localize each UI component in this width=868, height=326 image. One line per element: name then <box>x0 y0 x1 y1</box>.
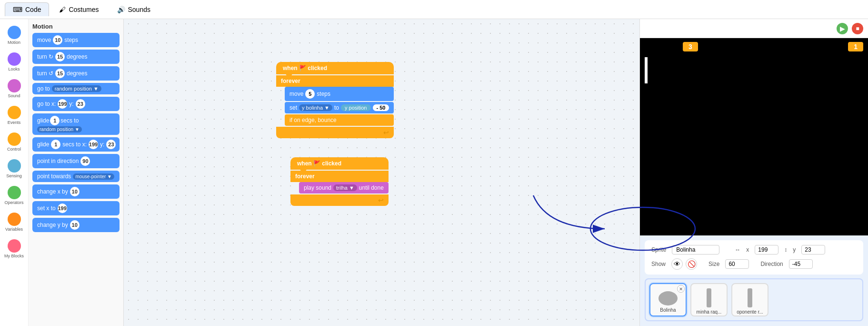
brush-icon: 🖌 <box>59 6 66 13</box>
operators-dot <box>8 186 21 199</box>
show-icons: 👁 🚫 <box>671 258 697 270</box>
sprite-card-minha-raq[interactable]: minha raq... <box>690 283 728 316</box>
bounce-block[interactable]: if on edge, bounce <box>285 114 394 126</box>
block-glide-xy[interactable]: glide 1 secs to x: 199 y: 23 <box>32 137 120 152</box>
right-side: ▶ ■ 3 1 Sprite ↔ x ↕ y <box>639 19 868 326</box>
size-value-input[interactable] <box>725 259 749 269</box>
block-change-x[interactable]: change x by 10 <box>32 184 120 199</box>
sprite-card-bolinha[interactable]: ✕ Bolinha <box>649 283 687 316</box>
sidebar-item-events[interactable]: Events <box>0 103 28 128</box>
sound-dot <box>8 79 21 92</box>
block-glide-random[interactable]: glide 1 secs to random position ▼ <box>32 113 120 135</box>
sprites-section: ✕ Bolinha minha raq... oponente r... <box>645 278 863 321</box>
looks-dot <box>8 52 21 66</box>
tab-sounds[interactable]: 🔊 Sounds <box>109 2 159 16</box>
y-value-input[interactable] <box>801 245 825 255</box>
forever-block-2[interactable]: forever <box>290 171 389 182</box>
hat-block-1[interactable]: when 🚩 clicked <box>276 62 394 74</box>
stage-canvas: 3 1 <box>640 38 868 235</box>
show-hidden-icon[interactable]: 🚫 <box>686 258 697 270</box>
size-label: Size <box>708 261 719 267</box>
sidebar-item-sound[interactable]: Sound <box>0 76 28 101</box>
sprite-card-oponente-r[interactable]: oponente r... <box>731 283 768 316</box>
sidebar-operators-label: Operators <box>4 200 23 205</box>
x-value-input[interactable] <box>755 245 778 255</box>
score-left: 3 <box>683 42 698 51</box>
motion-dot <box>8 26 21 39</box>
play-sound-block[interactable]: play sound trilha ▼ until done <box>299 182 389 194</box>
events-dot <box>8 106 21 119</box>
tab-code[interactable]: ⌨ Code <box>5 2 49 16</box>
block-goto-random[interactable]: go to random position ▼ <box>32 83 120 94</box>
block-set-x[interactable]: set x to 199 <box>32 201 120 215</box>
forever-end-2: ↩ <box>290 194 389 206</box>
score-right: 1 <box>848 42 863 51</box>
sprite-thumbnail-oponente-r <box>748 288 752 307</box>
sidebar-item-myblocks[interactable]: My Blocks <box>0 236 28 261</box>
sprite-thumbnail-bolinha <box>658 291 678 306</box>
sidebar-variables-label: Variables <box>5 227 23 232</box>
section-title: Motion <box>32 23 120 30</box>
sprite-name-input[interactable] <box>672 245 719 255</box>
sprite-label-bolinha: Bolinha <box>660 307 676 313</box>
control-dot <box>8 132 21 146</box>
sidebar-sensing-label: Sensing <box>6 173 22 178</box>
sprite-thumbnail-minha-raq <box>707 288 711 307</box>
code-icon: ⌨ <box>13 6 22 13</box>
forever-block-1[interactable]: forever <box>276 75 394 87</box>
script-area[interactable]: when 🚩 clicked forever move 5 steps set … <box>124 19 639 326</box>
block-turn-cw[interactable]: turn ↻ 15 degrees <box>32 50 120 64</box>
sidebar-events-label: Events <box>8 120 21 125</box>
sidebar-sound-label: Sound <box>8 93 20 98</box>
direction-label: Direction <box>760 261 783 267</box>
sidebar-item-variables[interactable]: Variables <box>0 210 28 234</box>
forever-end-1: ↩ <box>276 127 394 138</box>
block-point-towards[interactable]: point towards mouse-pointer ▼ <box>32 171 120 182</box>
direction-value-input[interactable] <box>789 259 813 269</box>
block-move[interactable]: move 10 steps <box>32 33 120 47</box>
set-y-block[interactable]: set y bolinha ▼ to y position - 50 <box>285 102 394 113</box>
show-visible-icon[interactable]: 👁 <box>671 258 683 270</box>
paddle <box>645 57 648 83</box>
sidebar-control-label: Control <box>7 147 21 152</box>
script-group-1: when 🚩 clicked forever move 5 steps set … <box>276 62 394 138</box>
sidebar-item-motion[interactable]: Motion <box>0 23 28 48</box>
show-label: Show <box>651 261 666 267</box>
sprite-properties: Sprite ↔ x ↕ y Show 👁 🚫 Size <box>645 240 863 275</box>
sidebar-item-operators[interactable]: Operators <box>0 183 28 208</box>
stop-button[interactable]: ■ <box>852 23 863 34</box>
block-change-y[interactable]: change y by 10 <box>32 218 120 232</box>
script-group-2: when 🚩 clicked forever play sound trilha… <box>290 157 389 206</box>
hat-block-2[interactable]: when 🚩 clicked <box>290 157 389 170</box>
variables-dot <box>8 213 21 226</box>
speaker-icon: 🔊 <box>117 6 125 13</box>
sidebar-item-control[interactable]: Control <box>0 130 28 154</box>
x-label: x <box>746 246 749 253</box>
sidebar-looks-label: Looks <box>8 67 20 71</box>
tab-costumes-label: Costumes <box>69 6 99 13</box>
sidebar-item-sensing[interactable]: Sensing <box>0 156 28 181</box>
sprite-label-oponente-r: oponente r... <box>737 309 763 315</box>
main-area: Motion Looks Sound Events Control Sensin… <box>0 19 868 326</box>
sprite-label-minha-raq: minha raq... <box>697 309 722 315</box>
stage-header: ▶ ■ <box>640 19 868 38</box>
sensing-dot <box>8 159 21 173</box>
sidebar-myblocks-label: My Blocks <box>4 254 24 258</box>
move-block[interactable]: move 5 steps <box>285 87 394 101</box>
top-bar: ⌨ Code 🖌 Costumes 🔊 Sounds <box>0 0 868 19</box>
sprites-grid: ✕ Bolinha minha raq... oponente r... <box>649 283 858 316</box>
block-point-direction[interactable]: point in direction 90 <box>32 154 120 168</box>
sidebar: Motion Looks Sound Events Control Sensin… <box>0 19 29 326</box>
sidebar-motion-label: Motion <box>8 40 20 45</box>
sidebar-item-looks[interactable]: Looks <box>0 50 28 74</box>
sprite-delete-bolinha[interactable]: ✕ <box>677 285 685 293</box>
block-turn-ccw[interactable]: turn ↺ 15 degrees <box>32 66 120 81</box>
green-flag-button[interactable]: ▶ <box>837 23 848 34</box>
right-bottom: Sprite ↔ x ↕ y Show 👁 🚫 Size <box>640 235 868 326</box>
tab-code-label: Code <box>25 6 41 13</box>
tab-costumes[interactable]: 🖌 Costumes <box>51 2 107 16</box>
tab-sounds-label: Sounds <box>128 6 150 13</box>
myblocks-dot <box>8 239 21 253</box>
sprite-prop-label: Sprite <box>651 246 666 253</box>
block-goto-xy[interactable]: go to x: 199 y: 23 <box>32 97 120 111</box>
